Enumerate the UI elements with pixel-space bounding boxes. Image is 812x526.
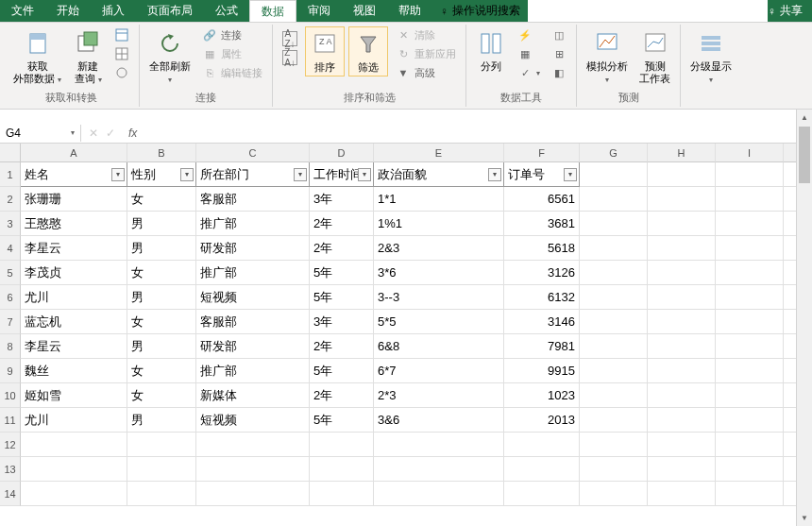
cell-dept[interactable]: 研发部	[196, 334, 310, 359]
formula-bar[interactable]	[143, 131, 812, 135]
name-box[interactable]: G4 ▾	[0, 125, 81, 142]
reapply-button[interactable]: ↻重新应用	[392, 45, 460, 62]
header-dept[interactable]: 所在部门▾	[196, 162, 310, 187]
cell-worktime[interactable]: 5年	[310, 408, 374, 433]
sort-desc-button[interactable]: ZA↓	[279, 49, 301, 66]
filter-dropdown-icon[interactable]: ▾	[488, 168, 501, 181]
tab-insert[interactable]: 插入	[91, 0, 136, 22]
cell-dept[interactable]: 新媒体	[196, 383, 310, 408]
scroll-down-icon[interactable]: ▼	[797, 510, 812, 526]
cell[interactable]	[716, 408, 784, 433]
cell[interactable]	[716, 285, 784, 310]
row-header-5[interactable]: 5	[0, 261, 21, 285]
cell-orderid[interactable]: 9915	[504, 359, 580, 383]
cell[interactable]	[504, 457, 580, 482]
cell-name[interactable]: 尤川	[21, 285, 127, 310]
cell[interactable]	[374, 433, 504, 457]
outline-button[interactable]: 分级显示▾	[686, 26, 736, 87]
cell[interactable]	[374, 482, 504, 506]
row-header-9[interactable]: 9	[0, 359, 21, 383]
col-header-F[interactable]: F	[504, 144, 580, 162]
cell[interactable]	[716, 261, 784, 285]
header-orderid[interactable]: 订单号▾	[504, 162, 580, 187]
flash-fill-button[interactable]: ⚡	[514, 26, 544, 43]
cell[interactable]	[310, 457, 374, 482]
cell[interactable]	[580, 285, 648, 310]
cell-orderid[interactable]: 3126	[504, 261, 580, 285]
cell-gender[interactable]: 女	[127, 187, 196, 212]
cell-orderid[interactable]: 6561	[504, 187, 580, 212]
fx-icon[interactable]: fx	[123, 127, 143, 140]
cell-worktime[interactable]: 5年	[310, 285, 374, 310]
data-validation-button[interactable]: ✓▾	[514, 64, 544, 81]
cell-orderid[interactable]: 3146	[504, 310, 580, 334]
cell-political[interactable]: 3&6	[374, 408, 504, 433]
cell-dept[interactable]: 客服部	[196, 310, 310, 334]
tab-file[interactable]: 文件	[0, 0, 45, 22]
remove-dup-button[interactable]: ▦	[514, 45, 544, 62]
header-political[interactable]: 政治面貌▾	[374, 162, 504, 187]
cell-dept[interactable]: 推广部	[196, 212, 310, 236]
cell-orderid[interactable]: 2013	[504, 408, 580, 433]
filter-dropdown-icon[interactable]: ▾	[358, 168, 371, 181]
cell[interactable]	[716, 334, 784, 359]
cell-orderid[interactable]: 5618	[504, 236, 580, 261]
cell-name[interactable]: 李星云	[21, 236, 127, 261]
row-header-1[interactable]: 1	[0, 162, 21, 187]
row-header-12[interactable]: 12	[0, 433, 21, 457]
cell-dept[interactable]: 客服部	[196, 187, 310, 212]
cell-name[interactable]: 尤川	[21, 408, 127, 433]
cell-gender[interactable]: 男	[127, 236, 196, 261]
cell[interactable]	[648, 187, 716, 212]
scroll-thumb[interactable]	[799, 127, 810, 183]
refresh-all-button[interactable]: 全部刷新▾	[145, 26, 195, 87]
cell-worktime[interactable]: 2年	[310, 383, 374, 408]
filter-dropdown-icon[interactable]: ▾	[294, 168, 307, 181]
cell[interactable]	[648, 310, 716, 334]
cell[interactable]	[21, 482, 127, 506]
cell-worktime[interactable]: 2年	[310, 334, 374, 359]
show-queries-button[interactable]	[110, 26, 133, 43]
cancel-icon[interactable]: ✕	[89, 127, 98, 140]
cell[interactable]	[580, 334, 648, 359]
cell-name[interactable]: 李茂贞	[21, 261, 127, 285]
cell[interactable]	[716, 433, 784, 457]
filter-dropdown-icon[interactable]: ▾	[564, 168, 577, 181]
row-header-4[interactable]: 4	[0, 236, 21, 261]
cell[interactable]	[127, 433, 196, 457]
sort-button[interactable]: Z A 排序	[305, 26, 345, 76]
sort-asc-button[interactable]: AZ↓	[279, 30, 301, 47]
col-header-E[interactable]: E	[374, 144, 504, 162]
advanced-button[interactable]: ▼高级	[392, 64, 460, 81]
cell[interactable]	[580, 236, 648, 261]
scroll-up-icon[interactable]: ▲	[797, 110, 812, 126]
tab-view[interactable]: 视图	[342, 0, 387, 22]
cell-gender[interactable]: 男	[127, 285, 196, 310]
cell[interactable]	[310, 482, 374, 506]
cell[interactable]	[716, 162, 784, 187]
from-table-button[interactable]	[110, 45, 133, 62]
cell[interactable]	[127, 482, 196, 506]
cell[interactable]	[648, 162, 716, 187]
cell-orderid[interactable]: 7981	[504, 334, 580, 359]
cell[interactable]	[580, 457, 648, 482]
cell[interactable]	[716, 383, 784, 408]
row-header-7[interactable]: 7	[0, 310, 21, 334]
cell[interactable]	[648, 457, 716, 482]
cell[interactable]	[310, 433, 374, 457]
cell-worktime[interactable]: 2年	[310, 236, 374, 261]
cell-political[interactable]: 3*6	[374, 261, 504, 285]
cell[interactable]	[580, 261, 648, 285]
cell-name[interactable]: 蓝忘机	[21, 310, 127, 334]
edit-links-button[interactable]: ⎘编辑链接	[198, 64, 266, 81]
tab-data[interactable]: 数据	[249, 0, 296, 22]
whatif-button[interactable]: 模拟分析▾	[583, 26, 632, 87]
cell-political[interactable]: 1%1	[374, 212, 504, 236]
col-header-C[interactable]: C	[196, 144, 310, 162]
cell-dept[interactable]: 推广部	[196, 261, 310, 285]
cell[interactable]	[580, 187, 648, 212]
cell-name[interactable]: 姬如雪	[21, 383, 127, 408]
cell[interactable]	[648, 359, 716, 383]
cell[interactable]	[374, 457, 504, 482]
col-header-B[interactable]: B	[127, 144, 196, 162]
